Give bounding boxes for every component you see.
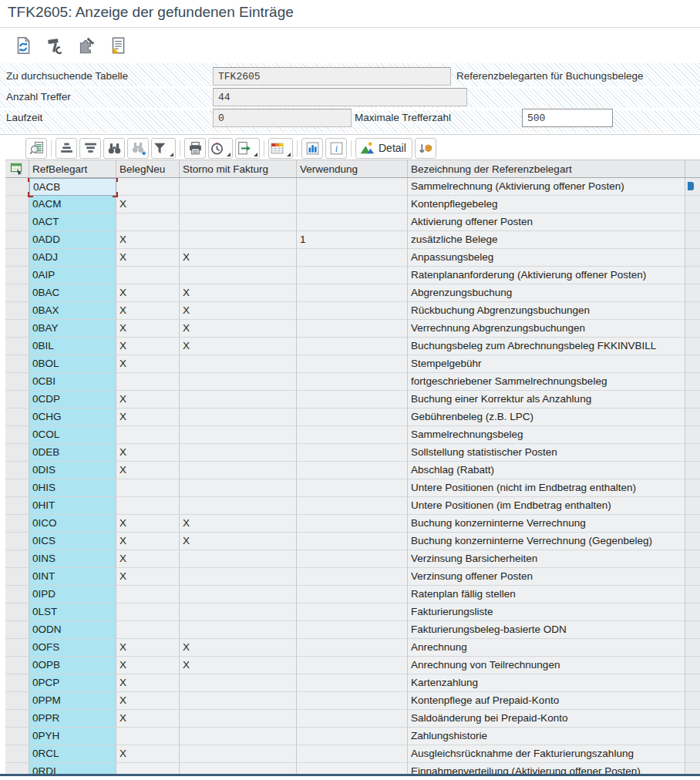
column-header-bezeichnung[interactable]: Bezeichnung der Referenzbelegart (408, 160, 685, 177)
cell-storno[interactable] (180, 426, 297, 444)
cell-verwendung[interactable] (297, 196, 408, 213)
cell-verwendung[interactable] (297, 355, 408, 373)
cell-storno[interactable] (180, 373, 297, 391)
row-selector[interactable] (5, 568, 29, 586)
cell-refbelegart[interactable]: 0ADJ (29, 249, 116, 267)
print-button[interactable] (184, 138, 206, 159)
cell-refbelegart[interactable]: 0OFS (29, 639, 116, 657)
row-selector[interactable] (5, 267, 29, 284)
cell-bezeichnung[interactable]: Anrechnung (408, 639, 685, 657)
cell-verwendung[interactable] (297, 639, 408, 657)
cell-storno[interactable] (180, 462, 297, 479)
cell-belegneu[interactable]: X (116, 338, 180, 355)
cell-verwendung[interactable] (297, 213, 408, 231)
cell-storno[interactable] (180, 479, 297, 497)
cell-refbelegart[interactable]: 0CBI (29, 373, 116, 391)
row-selector[interactable] (5, 586, 29, 603)
cell-storno[interactable] (180, 178, 297, 196)
cell-bezeichnung[interactable]: Sammelrechnungsbeleg (408, 426, 685, 444)
cell-storno[interactable]: X (180, 320, 297, 338)
cell-verwendung[interactable] (297, 284, 408, 302)
cell-belegneu[interactable] (116, 621, 180, 639)
layout-button[interactable] (268, 138, 293, 159)
cell-belegneu[interactable]: X (116, 550, 180, 568)
settings-button[interactable] (415, 138, 436, 159)
cell-refbelegart[interactable]: 0ADD (29, 231, 116, 249)
cell-belegneu[interactable] (116, 426, 180, 444)
cell-belegneu[interactable]: X (116, 231, 180, 249)
cell-storno[interactable] (180, 586, 297, 603)
cell-belegneu[interactable] (116, 479, 180, 497)
refresh-button[interactable] (12, 35, 34, 56)
cell-verwendung[interactable] (297, 657, 408, 674)
sort-descending-button[interactable] (79, 138, 101, 159)
cell-storno[interactable] (180, 603, 297, 621)
cell-refbelegart[interactable]: 0ODN (29, 621, 116, 639)
cell-verwendung[interactable] (297, 320, 408, 338)
cell-belegneu[interactable]: X (116, 355, 180, 373)
cell-storno[interactable] (180, 763, 297, 774)
cell-belegneu[interactable]: X (116, 320, 180, 338)
cell-storno[interactable]: X (180, 657, 297, 674)
cell-bezeichnung[interactable]: Abgrenzungsbuchung (408, 284, 685, 302)
cell-storno[interactable] (180, 710, 297, 728)
column-header-belegneu[interactable]: BelegNeu (116, 160, 180, 177)
cell-refbelegart[interactable]: 0PCP (29, 674, 116, 692)
sort-ascending-button[interactable] (56, 138, 77, 159)
row-selector[interactable] (5, 657, 29, 674)
cell-bezeichnung[interactable]: Einnahmenverteilung (Aktivierung offener… (408, 763, 685, 774)
cell-bezeichnung[interactable]: Sollstellung statistischer Posten (408, 444, 685, 462)
row-selector[interactable] (5, 355, 29, 373)
cell-belegneu[interactable] (116, 763, 180, 774)
cell-belegneu[interactable] (116, 213, 180, 231)
cell-refbelegart[interactable]: 0PYH (29, 728, 116, 745)
detail-button[interactable]: Detail (355, 138, 412, 159)
cell-belegneu[interactable]: X (116, 408, 180, 426)
cell-storno[interactable]: X (180, 338, 297, 355)
cell-refbelegart[interactable]: 0RDI (29, 763, 116, 774)
cell-refbelegart[interactable]: 0ACT (29, 213, 116, 231)
row-selector[interactable] (5, 178, 29, 196)
cell-bezeichnung[interactable]: Untere Positionen (im Endbetrag enthalte… (408, 497, 685, 515)
cell-refbelegart[interactable]: 0BOL (29, 355, 116, 373)
column-header-storno[interactable]: Storno mit Fakturg (180, 160, 297, 177)
cell-belegneu[interactable]: X (116, 284, 180, 302)
cell-bezeichnung[interactable]: Anrechnung von Teilrechnungen (408, 657, 685, 674)
cell-belegneu[interactable] (116, 178, 180, 196)
row-selector[interactable] (5, 426, 29, 444)
cell-verwendung[interactable] (297, 621, 408, 639)
cell-storno[interactable]: X (180, 533, 297, 550)
cell-bezeichnung[interactable]: Ausgleichsrücknahme der Fakturierungszah… (408, 745, 685, 763)
cell-bezeichnung[interactable]: Anpassungsbeleg (408, 249, 685, 267)
cell-belegneu[interactable] (116, 603, 180, 621)
cell-verwendung[interactable] (297, 391, 408, 408)
row-selector[interactable] (5, 763, 29, 774)
row-selector[interactable] (5, 320, 29, 338)
cell-bezeichnung[interactable]: Buchung konzerninterne Verrechnung (Gege… (408, 533, 685, 550)
cell-refbelegart[interactable]: 0HIT (29, 497, 116, 515)
cell-refbelegart[interactable]: 0BAC (29, 284, 116, 302)
cell-verwendung[interactable] (297, 178, 408, 196)
cell-belegneu[interactable]: X (116, 657, 180, 674)
row-selector[interactable] (5, 196, 29, 213)
cell-bezeichnung[interactable]: Kontenpflegebeleg (408, 196, 685, 213)
column-header-verwendung[interactable]: Verwendung (297, 160, 408, 177)
cell-verwendung[interactable] (297, 462, 408, 479)
cell-storno[interactable] (180, 550, 297, 568)
cell-belegneu[interactable] (116, 373, 180, 391)
row-selector[interactable] (5, 213, 29, 231)
cell-refbelegart[interactable]: 0LST (29, 603, 116, 621)
cell-belegneu[interactable]: X (116, 674, 180, 692)
cell-storno[interactable]: X (180, 249, 297, 267)
cell-refbelegart[interactable]: 0HIS (29, 479, 116, 497)
cell-verwendung[interactable] (297, 692, 408, 710)
cell-bezeichnung[interactable]: Buchungsbeleg zum Abrechnungsbeleg FKKIN… (408, 338, 685, 355)
row-selector[interactable] (5, 603, 29, 621)
enhancement-button[interactable] (76, 35, 97, 56)
cell-bezeichnung[interactable]: Gebührenbeleg (z.B. LPC) (408, 408, 685, 426)
cell-belegneu[interactable]: X (116, 196, 180, 213)
cell-verwendung[interactable] (297, 479, 408, 497)
cell-storno[interactable]: X (180, 639, 297, 657)
cell-verwendung[interactable] (297, 728, 408, 745)
cell-verwendung[interactable] (297, 763, 408, 774)
